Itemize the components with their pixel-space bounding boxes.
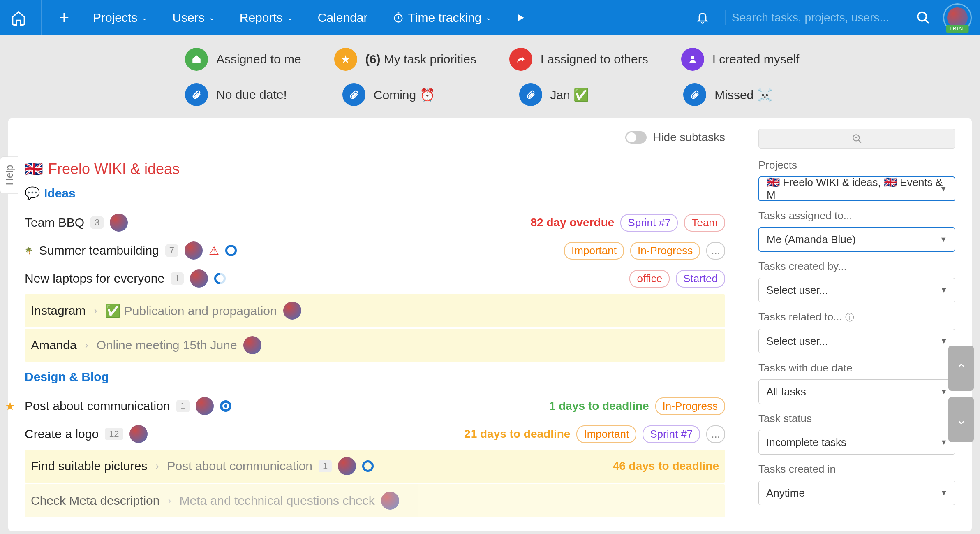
assignee-avatar[interactable] [129, 425, 148, 443]
search-zoom-icon [852, 133, 862, 144]
trial-badge: TRIAL [946, 25, 968, 33]
progress-ring-icon [225, 245, 237, 256]
assignee-avatar[interactable] [381, 492, 399, 510]
speech-icon: 💬 [25, 186, 40, 200]
attachment-icon [185, 83, 208, 106]
svg-point-2 [691, 56, 694, 59]
chevron-right-icon: › [155, 460, 159, 472]
progress-ring-icon [220, 400, 231, 412]
share-icon [509, 48, 532, 71]
search-placeholder: Search tasks, projects, users... [732, 11, 916, 24]
sidebar-search[interactable] [758, 129, 955, 149]
progress-ring-icon [362, 460, 374, 472]
progress-ring-icon [212, 270, 229, 287]
task-row[interactable]: Instagram › ✅ Publication and propagatio… [25, 294, 725, 327]
task-row[interactable]: Team BBQ 3 82 day overdue Sprint #7 Team [25, 209, 725, 237]
created-by-label: Tasks created by... [758, 260, 955, 273]
caret-down-icon: ▼ [940, 489, 948, 497]
projects-select[interactable]: 🇬🇧 Freelo WIKI & ideas, 🇬🇧 Events & M ▼ [758, 176, 955, 201]
filter-no-due-date[interactable]: No due date! [185, 83, 287, 106]
filter-assigned-others[interactable]: I assigned to others [509, 48, 648, 71]
assignee-avatar[interactable] [185, 241, 203, 260]
home-icon [185, 48, 208, 71]
more-tags[interactable]: ... [706, 242, 725, 260]
star-icon: ★ [334, 48, 357, 71]
star-icon[interactable]: ★ [5, 399, 15, 413]
caret-down-icon: ▼ [940, 235, 947, 244]
chevron-right-icon: › [168, 495, 171, 506]
help-tab[interactable]: Help [0, 156, 18, 194]
related-to-label: Tasks related to... ⓘ [758, 311, 955, 324]
task-row[interactable]: Check Meta description › Meta and techni… [25, 484, 725, 517]
hide-subtasks-toggle[interactable] [625, 131, 647, 144]
home-button[interactable] [8, 7, 29, 28]
filter-jan[interactable]: Jan ✅ [519, 83, 589, 106]
filter-missed[interactable]: Missed ☠️ [683, 83, 772, 106]
scroll-up-button[interactable]: ⌃ [948, 346, 974, 391]
project-title[interactable]: 🇬🇧 Freelo WIKI & ideas [25, 160, 725, 178]
assigned-to-label: Tasks assigned to... [758, 209, 955, 222]
scroll-buttons: ⌃ ⌄ [948, 346, 974, 442]
nav-calendar[interactable]: Calendar [312, 11, 374, 25]
nav-time-tracking[interactable]: Time tracking⌄ [386, 11, 498, 25]
assignee-avatar[interactable] [338, 457, 356, 475]
task-row[interactable]: Create a logo 12 21 days to deadline Imp… [25, 420, 725, 448]
list-design-blog[interactable]: Design & Blog [25, 370, 725, 384]
attachment-icon [683, 83, 706, 106]
scroll-down-button[interactable]: ⌄ [948, 397, 974, 442]
list-ideas[interactable]: 💬 Ideas [25, 186, 725, 200]
info-icon[interactable]: ⓘ [845, 312, 854, 323]
nav-projects[interactable]: Projects⌄ [87, 11, 154, 25]
hide-subtasks-label: Hide subtasks [653, 131, 725, 144]
chevron-down-icon: ⌄ [141, 13, 148, 22]
user-avatar[interactable]: TRIAL [943, 3, 972, 32]
task-row[interactable]: 🌴 Summer teambuilding 7 ⚠ Important In-P… [25, 237, 725, 265]
attachment-icon [342, 83, 365, 106]
nav-divider [41, 0, 42, 35]
caret-down-icon: ▼ [940, 185, 947, 193]
task-panel: Hide subtasks 🇬🇧 Freelo WIKI & ideas 💬 I… [8, 118, 742, 531]
chevron-right-icon: › [85, 339, 88, 351]
chevron-down-icon: ⌄ [209, 13, 215, 22]
add-button[interactable]: + [54, 7, 74, 28]
due-date-select[interactable]: All tasks ▼ [758, 379, 955, 404]
top-nav: + Projects⌄ Users⌄ Reports⌄ Calendar Tim… [0, 0, 980, 35]
created-by-select[interactable]: Select user... ▼ [758, 278, 955, 302]
status-label: Task status [758, 412, 955, 425]
filter-assigned-to-me[interactable]: Assigned to me [185, 48, 301, 71]
search-input[interactable]: Search tasks, projects, users... [725, 10, 931, 25]
more-tags[interactable]: ... [706, 425, 725, 443]
assignee-avatar[interactable] [283, 302, 301, 320]
filter-coming[interactable]: Coming ⏰ [342, 83, 435, 106]
assigned-to-select[interactable]: Me (Amanda Blue) ▼ [758, 227, 955, 252]
projects-label: Projects [758, 159, 955, 172]
nav-users[interactable]: Users⌄ [166, 11, 221, 25]
person-icon [681, 48, 704, 71]
stopwatch-icon [393, 12, 404, 23]
chevron-down-icon: ⌄ [287, 13, 293, 22]
task-row[interactable]: Amanda › Online meeting 15th June [25, 329, 725, 362]
task-row[interactable]: Find suitable pictures › Post about comm… [25, 450, 725, 483]
filter-area: Assigned to me ★ (6) My task priorities … [0, 35, 980, 118]
nav-reports[interactable]: Reports⌄ [233, 11, 299, 25]
due-date-label: Tasks with due date [758, 362, 955, 374]
task-row[interactable]: New laptops for everyone 1 office Starte… [25, 265, 725, 293]
assignee-avatar[interactable] [190, 269, 208, 288]
assignee-avatar[interactable] [196, 397, 214, 415]
created-in-select[interactable]: Anytime ▼ [758, 481, 955, 505]
status-select[interactable]: Incomplete tasks ▼ [758, 430, 955, 455]
chevron-right-icon: › [94, 305, 97, 316]
warning-icon: ⚠ [209, 244, 219, 258]
notifications-button[interactable] [692, 7, 713, 28]
filter-created-myself[interactable]: I created myself [681, 48, 800, 71]
assignee-avatar[interactable] [243, 336, 261, 354]
play-button[interactable] [510, 7, 531, 28]
attachment-icon [519, 83, 542, 106]
related-to-select[interactable]: Select user... ▼ [758, 329, 955, 353]
caret-down-icon: ▼ [940, 337, 948, 346]
svg-point-1 [918, 12, 927, 21]
filter-priorities[interactable]: ★ (6) My task priorities [334, 48, 476, 71]
filter-sidebar: Projects 🇬🇧 Freelo WIKI & ideas, 🇬🇧 Even… [742, 118, 972, 531]
assignee-avatar[interactable] [110, 214, 128, 232]
task-row[interactable]: ★ Post about communication 1 1 days to d… [25, 392, 725, 420]
